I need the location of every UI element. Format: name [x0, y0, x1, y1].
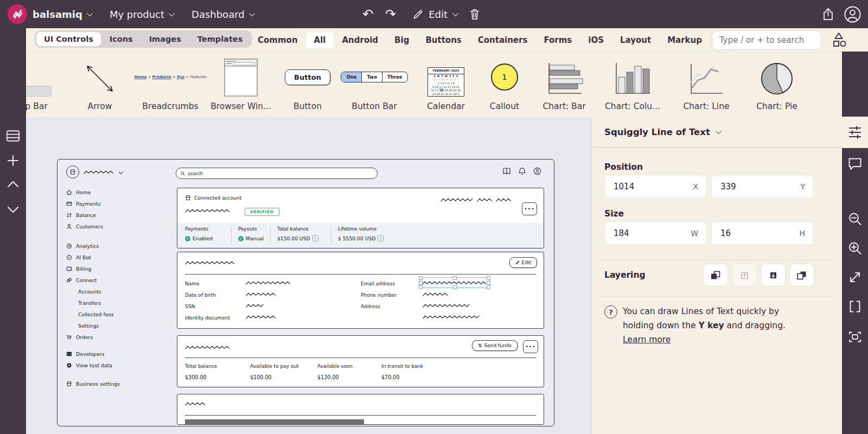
size-h-input[interactable]	[712, 228, 791, 238]
project-menu[interactable]: My product	[110, 9, 173, 20]
comment-icon[interactable]	[848, 157, 862, 170]
mock-profile-panel[interactable]: Edit Name Date of birth SSN Identity doc…	[177, 252, 544, 329]
component-chart-bar[interactable]: Chart: Bar	[529, 57, 599, 111]
tab-images[interactable]: Images	[142, 32, 189, 46]
mock-logo[interactable]	[66, 165, 123, 178]
category-android[interactable]: Android	[334, 32, 386, 48]
mock-nav-connect[interactable]: Connect	[66, 275, 169, 286]
component-breadcrumbs[interactable]: Home > Products > Xyz > Features Breadcr…	[135, 57, 206, 111]
zoom-out-icon[interactable]	[848, 212, 862, 226]
selection-handle[interactable]	[419, 281, 423, 285]
mock-nav-developers[interactable]: Developers	[66, 348, 169, 360]
editor-canvas[interactable]: search Home Payments Balance Customers	[26, 117, 591, 434]
account-icon[interactable]	[844, 5, 861, 23]
mock-nav-settings[interactable]: Settings	[66, 320, 169, 331]
wireframe-mockup[interactable]: search Home Payments Balance Customers	[57, 159, 554, 426]
mock-nav-view-test-data[interactable]: View test data	[66, 360, 169, 371]
selection-handle[interactable]	[419, 276, 423, 280]
tab-templates[interactable]: Templates	[190, 32, 250, 46]
mock-nav-balance[interactable]: Balance	[66, 209, 169, 221]
mock-balances-panel[interactable]: ⇅Send funds ••• Total balance Available …	[177, 335, 544, 387]
component-chart-column[interactable]: Chart: Colu...	[597, 57, 668, 111]
selection-handle[interactable]	[453, 276, 457, 280]
tab-icons[interactable]: Icons	[102, 32, 141, 46]
mock-nav-orders[interactable]: Orders	[66, 331, 169, 343]
trash-icon[interactable]	[469, 8, 481, 21]
pages-panel-icon[interactable]	[7, 130, 20, 142]
category-common[interactable]: Common	[250, 32, 306, 48]
category-big[interactable]: Big	[386, 32, 417, 48]
zoom-in-icon[interactable]	[848, 241, 862, 255]
bring-forward-button[interactable]	[732, 264, 757, 286]
category-buttons[interactable]: Buttons	[417, 32, 469, 48]
send-to-back-button[interactable]	[789, 264, 814, 286]
send-backward-button[interactable]	[761, 264, 786, 286]
app-menu[interactable]: balsamiq	[33, 9, 91, 20]
mock-nav-customers[interactable]: Customers	[66, 221, 169, 232]
category-markup[interactable]: Markup	[659, 32, 710, 48]
screenshot-icon[interactable]	[848, 330, 861, 343]
category-layout[interactable]: Layout	[612, 32, 659, 48]
zoom-to-fit-icon[interactable]	[848, 271, 861, 284]
position-y-input[interactable]	[712, 182, 791, 192]
tab-ui-controls[interactable]: UI Controls	[36, 32, 101, 46]
mock-nav-home[interactable]: Home	[66, 187, 169, 198]
mock-nav-transfers[interactable]: Transfers	[66, 297, 169, 309]
component-button[interactable]: Button Button	[272, 57, 343, 111]
position-x-input[interactable]	[605, 182, 684, 192]
library-search-input[interactable]	[712, 35, 821, 45]
category-all[interactable]: All	[306, 32, 334, 48]
chevron-down-icon[interactable]	[7, 206, 19, 213]
mock-nav-billing[interactable]: Billing	[66, 263, 169, 275]
mock-nav-collected-fees[interactable]: Collected fees	[66, 309, 169, 320]
chart-pie-thumbnail	[759, 61, 795, 97]
properties-panel-toggle[interactable]	[842, 117, 868, 148]
send-funds-button[interactable]: ⇅Send funds	[472, 340, 518, 351]
redo-icon[interactable]: ↷	[385, 8, 396, 21]
add-page-icon[interactable]	[7, 155, 19, 167]
mock-account-stats: Payments ✓Enabled Payouts ✓Manual Total …	[177, 223, 544, 248]
mock-header-icons[interactable]	[502, 167, 541, 175]
properties-header[interactable]: Squiggly Line of Text	[592, 117, 843, 148]
selection-handle[interactable]	[487, 285, 490, 289]
undo-icon[interactable]: ↶	[362, 8, 373, 21]
wallet-icon	[66, 266, 72, 272]
selection-handle[interactable]	[419, 285, 423, 289]
mock-search-bar[interactable]: search	[176, 168, 378, 179]
more-options-button[interactable]: •••	[523, 340, 538, 353]
size-w-input[interactable]	[605, 228, 684, 238]
bring-to-front-button[interactable]	[703, 264, 728, 286]
component-arrow[interactable]: Arrow	[65, 57, 135, 111]
selection-handle[interactable]	[453, 285, 457, 289]
chevron-down-icon	[716, 128, 722, 134]
component-chart-pie[interactable]: Chart: Pie	[742, 57, 812, 111]
page-menu[interactable]: Dashboard	[192, 9, 253, 20]
category-forms[interactable]: Forms	[535, 32, 580, 48]
mock-partial-panel[interactable]	[177, 394, 544, 425]
shapes-library-icon[interactable]	[830, 31, 847, 48]
balsamiq-logo-icon[interactable]	[8, 4, 27, 24]
mock-nav-accounts[interactable]: Accounts	[66, 286, 169, 297]
mock-nav-analytics[interactable]: Analytics	[66, 240, 169, 252]
presentation-brackets-icon[interactable]	[849, 300, 861, 313]
mock-nav-business-settings[interactable]: Business settings	[66, 378, 169, 390]
mock-nav-ai-bot[interactable]: AI Bot	[66, 252, 169, 263]
edit-button[interactable]: Edit	[509, 257, 537, 268]
mock-nav-payments[interactable]: Payments	[66, 198, 169, 209]
library-search	[712, 30, 821, 50]
component-button-bar[interactable]: OneTwoThree Button Bar	[339, 57, 410, 111]
component-chart-line[interactable]: Chart: Line	[671, 57, 742, 111]
share-icon[interactable]	[821, 7, 835, 21]
chevron-up-icon[interactable]	[7, 181, 19, 188]
component-browser-window[interactable]: Browser Win...	[206, 57, 276, 111]
edit-mode-menu[interactable]: Edit	[412, 9, 457, 20]
pencil-icon	[515, 260, 520, 265]
more-options-button[interactable]: •••	[522, 202, 537, 215]
learn-more-link[interactable]: Learn more	[623, 335, 671, 344]
selection-handle[interactable]	[487, 276, 490, 280]
selected-squiggly-line[interactable]	[420, 278, 489, 288]
category-containers[interactable]: Containers	[470, 32, 536, 48]
category-ios[interactable]: iOS	[580, 32, 612, 48]
mock-connected-account-panel[interactable]: Connected account ••• VERIFIED Payments …	[177, 188, 544, 248]
selection-handle[interactable]	[487, 281, 490, 285]
